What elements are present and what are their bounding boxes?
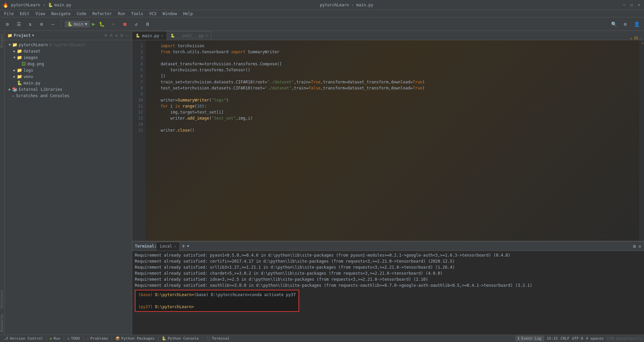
right-gutter: ⚠ [639, 40, 644, 241]
panel-dropdown-icon[interactable]: ▼ [32, 33, 34, 37]
line-numbers: 1 2 3 4 5 6 7 8 9 10 11 12 13 14 15 [132, 40, 146, 241]
line-ending[interactable]: CRLF [560, 336, 570, 341]
encoding[interactable]: UTF-8 [572, 336, 583, 341]
panel-collapse-icon[interactable]: ≡ [109, 32, 113, 39]
toolbar-minimize-btn[interactable]: — [48, 19, 58, 29]
menu-refactor[interactable]: Refactor [90, 11, 114, 17]
menu-view[interactable]: View [33, 11, 48, 17]
tree-label-extlibs: External Libraries [19, 87, 62, 92]
terminal-tabs: Terminal: Local ✕ + ▼ ⚙ ✕ [132, 242, 644, 251]
terminal-button[interactable]: ⬛ Terminal [203, 336, 232, 341]
term-tab-local[interactable]: Local ✕ [157, 242, 180, 251]
panel-icons: ⊕ ≡ ⇅ ⚙ — [104, 32, 129, 39]
tab-mainpy-close[interactable]: ✕ [161, 34, 163, 38]
tab-init-close[interactable]: ✕ [206, 34, 208, 38]
term-line-1: Requirement already satisfied: pyasn1<0.… [135, 252, 641, 258]
menu-run[interactable]: Run [115, 11, 128, 17]
close-button[interactable]: ✕ [637, 3, 641, 7]
code-line-4: dataset_transform=torchvision.transforms… [151, 61, 637, 67]
panel-close-icon[interactable]: — [125, 32, 129, 39]
tree-label-images: images [23, 55, 38, 60]
menu-file[interactable]: File [1, 11, 16, 17]
stop-button[interactable]: ⏹ [120, 19, 129, 29]
main-layout: Project Structure Bookmarks 📁 Project ▼ … [0, 31, 644, 335]
tree-item-images[interactable]: ▼ 📁 images [5, 54, 132, 61]
title-bar: 🔥 pytorchLearn › 🐍 main.py pytorchLearn … [0, 0, 644, 10]
code-content[interactable]: import torchvision from torch.utils.tens… [146, 40, 639, 241]
term-tab-local-close[interactable]: ✕ [174, 245, 176, 248]
panel-locate-icon[interactable]: ⊕ [104, 32, 108, 39]
todo-button[interactable]: ☑ TODO [65, 336, 83, 341]
tab-mainpy[interactable]: 🐍 main.py ✕ [132, 31, 167, 40]
debug-button[interactable]: 🐛 [97, 19, 107, 29]
tree-item-dog[interactable]: 🖼 dog.png [5, 61, 132, 67]
toolbar-expand-btn[interactable]: ⇅ [25, 19, 35, 29]
code-line-10: writer=SummaryWriter("logs") [151, 97, 637, 103]
menu-code[interactable]: Code [74, 11, 89, 17]
run-button[interactable]: ▶ [92, 21, 95, 27]
version-control-button[interactable]: ⎇ Version Control [1, 336, 46, 341]
tree-file-icon-mainpy: 🐍 [17, 80, 22, 85]
code-line-14 [151, 121, 637, 127]
term-tab-local-label: Local [160, 244, 172, 249]
tree-arrow-logs: ▶ [12, 68, 17, 72]
tree-arrow-images: ▼ [12, 56, 17, 59]
toolbar-config-btn[interactable]: ⚙ [37, 19, 46, 29]
tree-item-extlibs[interactable]: ▶ 📚 External Libraries [5, 86, 132, 92]
term-highlight-line1: (base) D:\pytorchLearn>(base) D:\pytorch… [138, 292, 296, 298]
coverage-button[interactable]: ⚡ [109, 19, 118, 29]
run-config-dropdown-icon: ▼ [85, 22, 87, 26]
toolbar-rerun-btn[interactable]: ↺ [131, 19, 141, 29]
event-log-button[interactable]: ℹ Event Log [515, 336, 544, 341]
indent[interactable]: 4 spaces [586, 336, 604, 341]
cursor-position[interactable]: 15:15 [547, 336, 558, 341]
side-tab-project[interactable]: Project [0, 31, 4, 50]
menu-tools[interactable]: Tools [128, 11, 146, 17]
side-tab-bookmarks[interactable]: Bookmarks [0, 311, 4, 335]
minimize-button[interactable]: ─ [622, 3, 627, 7]
tree-item-root[interactable]: ▼ 📁 pytorchLearn D:\pytorchLearn [5, 42, 132, 48]
python-console-button[interactable]: 🐍 Python Console [159, 336, 202, 341]
panel-sort-icon[interactable]: ⇅ [115, 32, 119, 39]
tree-arrow-root: ▼ [7, 43, 12, 47]
breadcrumb-project[interactable]: pytorchLearn [11, 3, 40, 7]
menu-vcs[interactable]: VCS [147, 11, 159, 17]
tree-item-dataset[interactable]: ▶ 📁 dataset [5, 48, 132, 54]
term-highlight-line2 [138, 298, 296, 304]
collapse-editor-icon[interactable]: ✕ [639, 36, 641, 40]
search-button[interactable]: 🔍 [609, 19, 619, 29]
toolbar-structure-btn[interactable]: ☰ [14, 19, 23, 29]
tab-init[interactable]: 🐍 __init__.py ✕ [167, 31, 212, 40]
tree-item-mainpy[interactable]: 🐍 main.py [5, 80, 132, 86]
menu-edit[interactable]: Edit [17, 11, 32, 17]
watermark: CSDN @yangtaowilly [606, 337, 643, 340]
menu-window[interactable]: Window [160, 11, 180, 17]
terminal-dropdown-icon[interactable]: ▼ [187, 244, 189, 248]
tree-item-logs[interactable]: ▶ 📁 logs [5, 67, 132, 73]
terminal-content[interactable]: Requirement already satisfied: pyasn1<0.… [132, 251, 644, 335]
menu-help[interactable]: Help [180, 11, 196, 17]
tree-file-icon-dog: 🖼 [21, 61, 26, 66]
tree-item-scratches[interactable]: ✏ Scratches and Consoles [5, 92, 132, 99]
code-line-7: train_set=torchvision.datasets.CIFAR10(r… [151, 79, 637, 85]
settings-button[interactable]: ⚙ [621, 19, 630, 29]
run-config-selector[interactable]: 🐍 main ▼ [65, 21, 90, 27]
code-editor[interactable]: 1 2 3 4 5 6 7 8 9 10 11 12 13 14 15 impo… [132, 40, 644, 241]
maximize-button[interactable]: □ [629, 3, 634, 7]
side-tab-structure[interactable]: Structure [0, 288, 4, 311]
toolbar-pause-btn[interactable]: ⏸ [143, 19, 152, 29]
breadcrumb-file: 🐍 main.py [48, 3, 71, 7]
python-packages-button[interactable]: 📦 Python Packages [113, 336, 157, 341]
warning-count: ⚠ 15 [630, 36, 638, 40]
run-panel-button[interactable]: ▶ Run [47, 336, 63, 341]
tree-item-venv[interactable]: ▶ 📁 venv [5, 73, 132, 80]
user-button[interactable]: 👤 [632, 19, 641, 29]
problems-button[interactable]: ⚠ Problems [84, 336, 111, 341]
menu-navigate[interactable]: Navigate [49, 11, 73, 17]
toolbar-settings-btn[interactable]: ⚙ [3, 19, 12, 29]
terminal-settings-icon[interactable]: ⚙ [633, 244, 636, 249]
terminal-add-button[interactable]: + [180, 243, 187, 249]
folder-icon: 📁 [7, 33, 12, 38]
panel-settings-icon[interactable]: ⚙ [120, 32, 124, 39]
terminal-collapse-icon[interactable]: ✕ [639, 244, 641, 249]
